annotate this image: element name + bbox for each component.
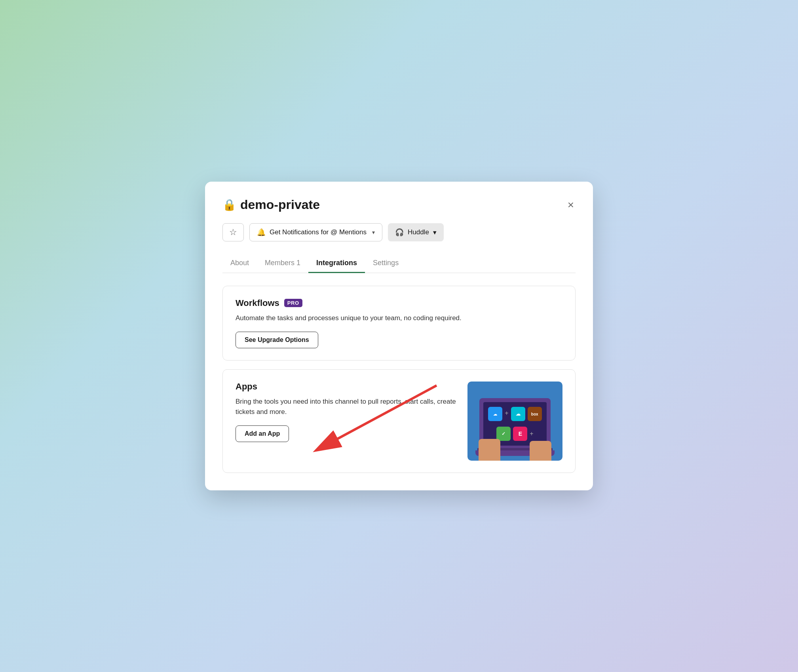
tab-integrations[interactable]: Integrations: [308, 254, 365, 273]
huddle-button[interactable]: 🎧 Huddle ▾: [388, 223, 444, 241]
apps-content: Apps Bring the tools you need into this …: [236, 382, 467, 442]
tab-settings[interactable]: Settings: [365, 254, 407, 273]
workflows-description: Automate the tasks and processes unique …: [236, 313, 562, 323]
channel-name: demo-private: [240, 197, 320, 212]
plus-separator-2: +: [530, 430, 533, 437]
app-icon-e: E: [513, 427, 527, 441]
workflows-title: Workflows: [236, 298, 279, 308]
notifications-chevron: ▾: [372, 229, 375, 235]
notifications-button[interactable]: 🔔 Get Notifications for @ Mentions ▾: [249, 223, 382, 241]
toolbar: ☆ 🔔 Get Notifications for @ Mentions ▾ 🎧…: [222, 223, 576, 241]
app-icon-cloud: ☁: [488, 407, 502, 421]
apps-title: Apps: [236, 382, 257, 392]
headphone-icon: 🎧: [395, 228, 404, 237]
hand-left: [479, 439, 500, 461]
app-icon-salesforce: ☁: [511, 407, 525, 421]
star-icon: ☆: [229, 227, 237, 237]
bell-icon: 🔔: [257, 228, 266, 237]
lock-icon: 🔒: [222, 198, 236, 211]
apps-title-row: Apps: [236, 382, 467, 392]
hand-right: [530, 441, 551, 461]
app-icon-box: box: [528, 407, 542, 421]
apps-card: Apps Bring the tools you need into this …: [222, 369, 576, 473]
huddle-chevron: ▾: [433, 228, 437, 237]
workflows-card: Workflows PRO Automate the tasks and pro…: [222, 286, 576, 361]
tabs-nav: About Members 1 Integrations Settings: [222, 254, 576, 273]
plus-separator-1: +: [505, 410, 508, 417]
close-button[interactable]: ×: [566, 198, 576, 212]
apps-illustration: ☁ + ☁ box ✓ E +: [467, 382, 562, 461]
notifications-label: Get Notifications for @ Mentions: [270, 228, 367, 236]
channel-details-modal: 🔒 demo-private × ☆ 🔔 Get Notifications f…: [205, 182, 593, 490]
add-an-app-button[interactable]: Add an App: [236, 425, 289, 442]
pro-badge: PRO: [284, 299, 302, 307]
apps-description: Bring the tools you need into this chann…: [236, 397, 467, 417]
huddle-label: Huddle: [408, 228, 429, 236]
tab-about[interactable]: About: [222, 254, 257, 273]
modal-header: 🔒 demo-private ×: [222, 197, 576, 212]
star-button[interactable]: ☆: [222, 223, 244, 241]
modal-title: 🔒 demo-private: [222, 197, 320, 212]
see-upgrade-options-button[interactable]: See Upgrade Options: [236, 332, 318, 348]
tab-members[interactable]: Members 1: [257, 254, 308, 273]
workflows-title-row: Workflows PRO: [236, 298, 562, 308]
app-icon-check: ✓: [496, 427, 511, 441]
